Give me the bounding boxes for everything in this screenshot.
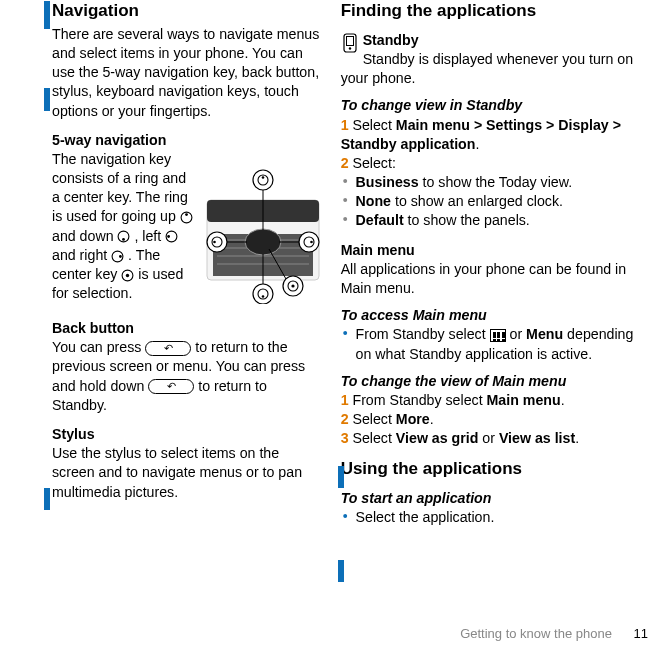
bullet-access-main: • From Standby select or Menu depending … <box>341 325 652 363</box>
back-key-icon <box>148 379 194 394</box>
svg-rect-39 <box>346 36 353 45</box>
nav-right-icon <box>111 250 124 263</box>
svg-point-9 <box>126 274 129 277</box>
heading-using-apps: Using the applications <box>341 458 652 481</box>
svg-point-7 <box>119 255 122 258</box>
main-menu-description: All applications in your phone can be fo… <box>341 260 652 298</box>
svg-point-40 <box>348 47 350 49</box>
step-1-standby: 1 Select Main menu > Settings > Display … <box>341 116 652 154</box>
svg-point-33 <box>310 241 313 244</box>
nav-up-icon <box>180 211 193 224</box>
section-mark <box>44 488 50 510</box>
svg-point-5 <box>167 236 170 239</box>
heading-back-button: Back button <box>52 319 323 338</box>
svg-point-1 <box>185 213 188 216</box>
heading-change-main-view: To change the view of Main menu <box>341 372 652 391</box>
heading-access-main: To access Main menu <box>341 306 652 325</box>
five-way-description: The navigation key consists of a ring an… <box>52 150 195 303</box>
step-1-mainview: 1 From Standby select Main menu. <box>341 391 652 410</box>
nav-center-icon <box>121 269 134 282</box>
heading-finding-apps: Finding the applications <box>341 0 652 23</box>
menu-grid-icon <box>490 329 506 342</box>
standby-block: Standby Standby is displayed whenever yo… <box>341 31 652 89</box>
nav-down-icon <box>117 230 130 243</box>
nav-left-icon <box>165 230 178 243</box>
section-mark <box>338 466 344 488</box>
heading-5way: 5-way navigation <box>52 131 323 150</box>
bullet-business: • Business to show the Today view. <box>341 173 652 192</box>
stylus-description: Use the stylus to select items on the sc… <box>52 444 323 502</box>
step-2-standby: 2 Select: <box>341 154 652 173</box>
page-footer: Getting to know the phone 11 <box>460 625 648 643</box>
bullet-none: • None to show an enlarged clock. <box>341 192 652 211</box>
svg-point-18 <box>253 170 273 190</box>
footer-section: Getting to know the phone <box>460 626 612 641</box>
svg-point-21 <box>299 232 319 252</box>
back-button-description: You can press to return to the previous … <box>52 338 323 415</box>
step-3-mainview: 3 Select View as grid or View as list. <box>341 429 652 448</box>
section-mark <box>44 88 50 111</box>
svg-point-29 <box>261 295 264 298</box>
section-mark <box>44 1 50 29</box>
navigation-key-illustration <box>203 150 323 309</box>
heading-main-menu: Main menu <box>341 241 652 260</box>
svg-point-37 <box>291 284 294 287</box>
heading-change-standby: To change view in Standby <box>341 96 652 115</box>
bullet-default: • Default to show the panels. <box>341 211 652 230</box>
page-number: 11 <box>634 626 648 641</box>
back-key-icon <box>145 341 191 356</box>
svg-point-27 <box>261 176 264 179</box>
standby-label: Standby <box>363 32 419 48</box>
svg-point-20 <box>207 232 227 252</box>
heading-navigation: Navigation <box>52 0 323 23</box>
bullet-start-app: • Select the application. <box>341 508 652 527</box>
svg-point-19 <box>253 284 273 304</box>
svg-point-3 <box>123 238 126 241</box>
navigation-intro: There are several ways to navigate menus… <box>52 25 323 121</box>
standby-icon <box>341 33 359 53</box>
section-mark <box>338 560 344 582</box>
svg-point-31 <box>213 241 216 244</box>
step-2-mainview: 2 Select More. <box>341 410 652 429</box>
heading-start-app: To start an application <box>341 489 652 508</box>
svg-point-17 <box>245 229 281 255</box>
heading-stylus: Stylus <box>52 425 323 444</box>
